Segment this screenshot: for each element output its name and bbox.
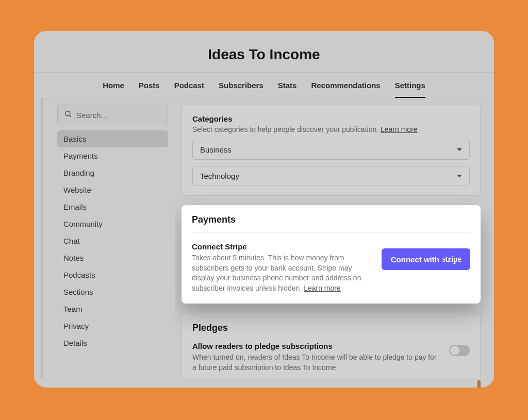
pledges-heading: Pledges (192, 323, 470, 333)
svg-line-1 (70, 115, 71, 117)
connect-stripe-desc: Takes about 5 minutes. This is how money… (192, 253, 371, 293)
sidebar-item-details[interactable]: Details (57, 334, 168, 351)
chevron-down-icon (457, 175, 462, 177)
categories-desc: Select categories to help people discove… (192, 125, 470, 133)
stripe-learn-more-link[interactable]: Learn more (304, 284, 341, 292)
categories-title: Categories (192, 114, 470, 123)
sidebar-item-chat[interactable]: Chat (57, 232, 168, 249)
payments-panel: Payments Connect Stripe Takes about 5 mi… (182, 205, 481, 304)
sidebar-item-branding[interactable]: Branding (57, 164, 168, 181)
nav-settings[interactable]: Settings (395, 73, 425, 98)
stripe-logo: stripe (442, 255, 461, 264)
category-select-1[interactable]: Business (192, 140, 470, 160)
chevron-down-icon (457, 148, 462, 151)
pledges-panel: Pledges Allow readers to pledge subscrip… (182, 313, 481, 378)
top-nav: HomePostsPodcastSubscribersStatsRecommen… (34, 72, 494, 98)
toggle-knob (450, 346, 459, 355)
sidebar-item-sections[interactable]: Sections (57, 283, 168, 300)
sidebar-item-community[interactable]: Community (57, 215, 168, 232)
sidebar-item-privacy[interactable]: Privacy (57, 317, 168, 334)
sidebar-item-website[interactable]: Website (57, 181, 168, 198)
categories-panel: Categories Select categories to help peo… (182, 105, 481, 196)
nav-home[interactable]: Home (103, 73, 124, 98)
settings-sidebar: BasicsPaymentsBrandingWebsiteEmailsCommu… (41, 98, 175, 378)
nav-podcast[interactable]: Podcast (174, 73, 204, 98)
sidebar-item-team[interactable]: Team (57, 300, 168, 317)
nav-recommendations[interactable]: Recommendations (311, 73, 380, 98)
sidebar-item-emails[interactable]: Emails (57, 198, 168, 215)
connect-stripe-title: Connect Stripe (192, 242, 371, 251)
category-select-2-value: Technology (200, 172, 239, 180)
sidebar-item-notes[interactable]: Notes (57, 249, 168, 266)
search-input[interactable] (76, 111, 161, 120)
search-icon (64, 110, 72, 120)
connect-stripe-button[interactable]: Connect with stripe (382, 248, 470, 270)
sidebar-item-basics[interactable]: Basics (57, 130, 168, 147)
nav-stats[interactable]: Stats (278, 73, 297, 98)
category-select-1-value: Business (200, 145, 232, 154)
categories-learn-more-link[interactable]: Learn more (381, 125, 418, 133)
page-title: Ideas To Income (34, 46, 494, 63)
svg-point-0 (65, 111, 70, 116)
sidebar-item-payments[interactable]: Payments (57, 147, 168, 164)
connect-stripe-button-label: Connect with (391, 255, 439, 264)
pledges-desc: When turned on, readers of Ideas To Inco… (192, 352, 439, 373)
payments-heading: Payments (192, 214, 470, 233)
search-box[interactable] (57, 105, 168, 125)
pledges-toggle[interactable] (449, 345, 470, 356)
sidebar-item-podcasts[interactable]: Podcasts (57, 266, 168, 283)
nav-posts[interactable]: Posts (139, 73, 160, 98)
category-select-2[interactable]: Technology (192, 166, 470, 186)
main-area: Categories Select categories to help peo… (175, 98, 494, 378)
pledges-title: Allow readers to pledge subscriptions (192, 342, 439, 350)
nav-subscribers[interactable]: Subscribers (219, 73, 263, 98)
